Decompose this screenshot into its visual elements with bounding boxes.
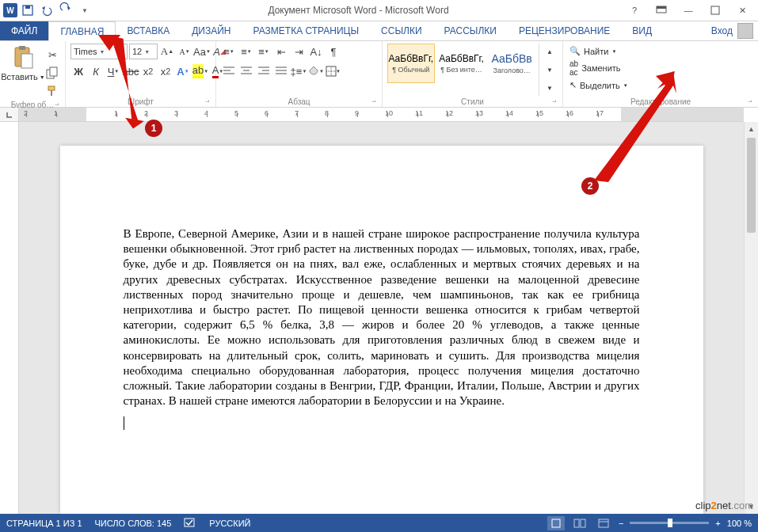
tab-design[interactable]: ДИЗАЙН [181, 21, 242, 40]
tab-home[interactable]: ГЛАВНАЯ [48, 21, 116, 41]
subscript-button[interactable]: x2 [140, 63, 156, 79]
align-center-icon[interactable] [238, 63, 254, 79]
group-font: Times▼ 12▼ A▲ A▼ Aa▼ A◢ Ж К Ч▼ abc x2 x2… [66, 41, 216, 107]
group-paragraph: ≡▼ ≡▼ ≡▼ ⇤ ⇥ A↓ ¶ ‡≡▼ ▼ ▼ Абзац [216, 41, 383, 107]
print-layout-icon[interactable] [547, 516, 565, 530]
zoom-slider[interactable] [630, 522, 709, 524]
vertical-ruler[interactable] [0, 122, 19, 514]
maximize-icon[interactable] [704, 2, 726, 18]
group-styles: АаБбВвГг, ¶ Обычный АаБбВвГг, ¶ Без инте… [383, 41, 563, 107]
show-marks-icon[interactable]: ¶ [326, 44, 341, 59]
scroll-thumb[interactable] [747, 138, 756, 233]
grow-font-icon[interactable]: A▲ [159, 44, 175, 59]
svg-rect-17 [574, 519, 579, 527]
qa-dropdown-icon[interactable]: ▼ [76, 2, 93, 19]
help-icon[interactable]: ? [623, 2, 646, 18]
ribbon-display-icon[interactable] [650, 2, 672, 18]
language-indicator[interactable]: РУССКИЙ [209, 519, 250, 528]
tab-references[interactable]: ССЫЛКИ [370, 21, 432, 40]
shrink-font-icon[interactable]: A▼ [177, 44, 192, 59]
line-spacing-icon[interactable]: ‡≡▼ [291, 63, 307, 79]
word-count[interactable]: ЧИСЛО СЛОВ: 145 [95, 519, 172, 528]
superscript-button[interactable]: x2 [158, 63, 173, 79]
style-heading[interactable]: АаБбВв Заголово… [488, 44, 535, 83]
borders-icon[interactable]: ▼ [326, 63, 341, 79]
document-area: В Европе, Северной Америке, Азии и в наш… [19, 122, 744, 514]
svg-rect-18 [581, 519, 585, 527]
zoom-level[interactable]: 100 % [727, 519, 752, 528]
ribbon-tabs: ФАЙЛ ГЛАВНАЯ ВСТАВКА ДИЗАЙН РАЗМЕТКА СТР… [0, 21, 758, 41]
zoom-out-icon[interactable]: − [619, 519, 623, 528]
tab-view[interactable]: ВИД [621, 21, 663, 40]
tab-mailings[interactable]: РАССЫЛКИ [433, 21, 508, 40]
svg-rect-10 [48, 86, 55, 90]
styles-up-icon[interactable]: ▲ [542, 44, 558, 59]
change-case-icon[interactable]: Aa▼ [194, 44, 210, 59]
decrease-indent-icon[interactable]: ⇤ [273, 44, 289, 59]
web-layout-icon[interactable] [595, 516, 612, 530]
svg-rect-7 [21, 54, 32, 68]
vertical-scrollbar[interactable]: ▲ ▼ [744, 122, 758, 514]
undo-icon[interactable] [38, 2, 55, 19]
strikethrough-button[interactable]: abc [123, 63, 139, 79]
styles-more-icon[interactable]: ▼ [542, 80, 558, 96]
shading-icon[interactable]: ▼ [308, 63, 324, 79]
italic-button[interactable]: К [88, 63, 104, 79]
font-name-select[interactable]: Times▼ [70, 44, 128, 59]
cut-icon[interactable]: ✂ [44, 47, 60, 63]
sort-icon[interactable]: A↓ [308, 44, 324, 59]
title-bar: W ▼ Документ Microsoft Word - Microsoft … [0, 0, 758, 21]
scroll-up-icon[interactable]: ▲ [745, 122, 758, 136]
style-normal[interactable]: АаБбВвГг, ¶ Обычный [387, 44, 435, 83]
redo-icon[interactable] [57, 2, 74, 19]
underline-button[interactable]: Ч▼ [105, 63, 121, 79]
zoom-in-icon[interactable]: + [715, 519, 720, 528]
tab-insert[interactable]: ВСТАВКА [116, 21, 181, 40]
group-clipboard: Вставить▼ ✂ Буфер об… [0, 41, 66, 107]
user-avatar-icon[interactable] [737, 23, 753, 39]
svg-rect-3 [657, 6, 666, 9]
align-left-icon[interactable] [221, 63, 237, 79]
format-painter-icon[interactable] [44, 83, 60, 99]
window-title: Документ Microsoft Word - Microsoft Word [93, 5, 623, 16]
page: В Европе, Северной Америке, Азии и в наш… [60, 146, 703, 514]
svg-rect-1 [25, 6, 30, 9]
svg-rect-6 [19, 46, 25, 50]
justify-icon[interactable] [273, 63, 289, 79]
text-cursor [124, 416, 124, 430]
select-icon: ↖ [569, 80, 577, 90]
highlight-icon[interactable]: ab▼ [192, 63, 208, 79]
style-no-spacing[interactable]: АаБбВвГг, ¶ Без инте… [438, 44, 486, 83]
horizontal-ruler[interactable]: 211234567891011121314151617 [19, 108, 744, 122]
copy-icon[interactable] [44, 65, 60, 81]
replace-button[interactable]: abacЗаменить [568, 59, 630, 78]
find-button[interactable]: 🔍Найти▼ [568, 45, 630, 57]
tab-selector-icon[interactable] [0, 108, 19, 122]
bold-button[interactable]: Ж [70, 63, 86, 79]
save-icon[interactable] [19, 2, 36, 19]
body-text[interactable]: В Европе, Северной Америке, Азии и в наш… [124, 226, 640, 408]
page-indicator[interactable]: СТРАНИЦА 1 ИЗ 1 [6, 519, 82, 528]
tab-file[interactable]: ФАЙЛ [0, 21, 48, 40]
tab-layout[interactable]: РАЗМЕТКА СТРАНИЦЫ [242, 21, 371, 40]
ribbon: Вставить▼ ✂ Буфер об… Times▼ 12▼ A▲ A▼ A… [0, 41, 758, 108]
text-effects-icon[interactable]: A▼ [175, 63, 191, 79]
font-size-select[interactable]: 12▼ [129, 44, 158, 59]
read-mode-icon[interactable] [571, 516, 588, 530]
bullets-icon[interactable]: ≡▼ [221, 44, 237, 59]
callout-badge-1: 1 [145, 120, 162, 137]
paste-button[interactable]: Вставить▼ [5, 44, 41, 82]
word-icon: W [3, 3, 17, 17]
increase-indent-icon[interactable]: ⇥ [291, 44, 307, 59]
numbering-icon[interactable]: ≡▼ [238, 44, 254, 59]
login-link[interactable]: Вход [711, 25, 733, 36]
align-right-icon[interactable] [256, 63, 272, 79]
svg-rect-19 [599, 519, 608, 527]
spellcheck-icon[interactable] [184, 517, 196, 530]
styles-down-icon[interactable]: ▼ [542, 62, 558, 78]
minimize-icon[interactable]: — [677, 2, 699, 18]
close-icon[interactable]: ✕ [731, 2, 753, 18]
select-button[interactable]: ↖Выделить▼ [568, 79, 630, 91]
multilevel-icon[interactable]: ≡▼ [256, 44, 272, 59]
tab-review[interactable]: РЕЦЕНЗИРОВАНИЕ [508, 21, 621, 40]
